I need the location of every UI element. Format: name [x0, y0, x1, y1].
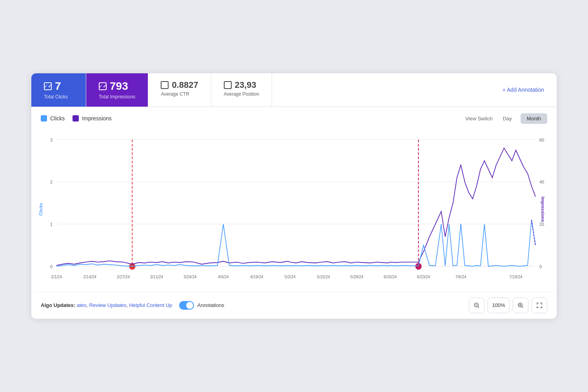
- legend-clicks: Clicks: [41, 115, 65, 122]
- algo-updates-text: Algo Updates: ates, Review Updates, Help…: [41, 302, 172, 308]
- svg-text:60: 60: [539, 137, 544, 142]
- impressions-legend-label: Impressions: [82, 115, 111, 122]
- svg-point-29: [415, 263, 421, 270]
- svg-text:1: 1: [50, 222, 53, 227]
- position-value: 23,93: [235, 80, 256, 90]
- svg-line-32: [478, 306, 479, 308]
- stat-card-impressions[interactable]: ✓ 793 Total Impressions: [86, 73, 148, 107]
- algo-link-1[interactable]: ates: [77, 302, 87, 308]
- right-axis-label: Impressions: [541, 196, 546, 222]
- svg-text:6/23/24: 6/23/24: [417, 274, 430, 279]
- svg-text:20: 20: [539, 222, 544, 227]
- annotations-toggle-row: Annotations: [179, 301, 224, 310]
- svg-text:7/19/24: 7/19/24: [509, 274, 523, 279]
- impressions-value: 793: [110, 80, 128, 93]
- svg-line-30: [532, 220, 535, 245]
- legend: Clicks Impressions: [41, 115, 112, 122]
- stats-row: ✓ 7 Total Clicks ✓ 793 Total Impressions…: [31, 73, 557, 107]
- svg-text:6/10/24: 6/10/24: [384, 274, 397, 279]
- impressions-legend-icon: [73, 115, 79, 122]
- ctr-label: Average CTR: [161, 91, 198, 97]
- ctr-checkbox[interactable]: [161, 81, 169, 89]
- zoom-percent: 100%: [488, 298, 510, 313]
- zoom-in-button[interactable]: [513, 298, 528, 313]
- svg-text:4/19/24: 4/19/24: [250, 274, 263, 279]
- bottom-bar: Algo Updates: ates, Review Updates, Help…: [31, 292, 557, 319]
- svg-text:2: 2: [50, 180, 53, 184]
- svg-text:5/15/24: 5/15/24: [317, 274, 330, 279]
- algo-link-2[interactable]: Review Updates: [89, 302, 127, 308]
- zoom-out-button[interactable]: [469, 298, 485, 313]
- svg-text:4/6/24: 4/6/24: [218, 274, 229, 279]
- zoom-controls: 100%: [469, 298, 547, 313]
- algo-link-3[interactable]: Helpful Content Up: [129, 302, 172, 308]
- stat-card-ctr[interactable]: 0.8827 Average CTR: [148, 73, 211, 107]
- annotations-label: Annotations: [197, 302, 224, 308]
- svg-text:5/28/24: 5/28/24: [350, 274, 364, 279]
- legend-impressions: Impressions: [73, 115, 111, 122]
- impressions-label: Total Impressions: [99, 94, 135, 100]
- view-month-button[interactable]: Month: [521, 113, 547, 124]
- left-axis-label: Clicks: [38, 203, 43, 216]
- dashboard: ✓ 7 Total Clicks ✓ 793 Total Impressions…: [31, 73, 557, 319]
- chart-area: Clicks Impressions 3 2 1 0 60 40 20 0 2/…: [31, 127, 557, 292]
- svg-text:2/1/24: 2/1/24: [51, 274, 62, 279]
- clicks-checkbox[interactable]: ✓: [44, 82, 52, 90]
- clicks-legend-label: Clicks: [50, 115, 65, 122]
- svg-text:3: 3: [50, 137, 53, 142]
- svg-text:3/24/24: 3/24/24: [183, 274, 197, 279]
- svg-text:3/11/24: 3/11/24: [150, 274, 163, 279]
- svg-text:7/6/24: 7/6/24: [456, 274, 466, 279]
- svg-text:5/2/24: 5/2/24: [285, 274, 296, 279]
- view-switch-label: View Switch: [465, 116, 493, 122]
- view-day-button[interactable]: Day: [497, 113, 518, 124]
- clicks-label: Total Clicks: [44, 94, 73, 100]
- stat-card-position[interactable]: 23,93 Average Position: [211, 73, 272, 107]
- svg-text:0: 0: [50, 264, 53, 269]
- chart-controls: Clicks Impressions View Switch Day Month: [31, 107, 557, 127]
- impressions-checkbox[interactable]: ✓: [99, 82, 107, 90]
- svg-text:0: 0: [539, 264, 542, 269]
- chart-svg: 3 2 1 0 60 40 20 0 2/1/24 2/14/24 2/27/2…: [41, 127, 547, 292]
- svg-text:2/14/24: 2/14/24: [83, 274, 97, 279]
- expand-button[interactable]: [532, 298, 547, 313]
- position-label: Average Position: [224, 91, 260, 97]
- ctr-value: 0.8827: [172, 80, 198, 90]
- annotations-toggle[interactable]: [179, 301, 194, 310]
- clicks-value: 7: [55, 80, 61, 93]
- view-switch: View Switch Day Month: [465, 113, 547, 124]
- position-checkbox[interactable]: [224, 81, 232, 89]
- svg-text:2/27/24: 2/27/24: [117, 274, 130, 279]
- add-annotation-button[interactable]: + Add Annotation: [490, 73, 557, 107]
- svg-text:40: 40: [539, 180, 544, 184]
- stat-card-clicks[interactable]: ✓ 7 Total Clicks: [31, 73, 86, 107]
- svg-line-35: [522, 306, 523, 308]
- clicks-legend-icon: [41, 115, 47, 122]
